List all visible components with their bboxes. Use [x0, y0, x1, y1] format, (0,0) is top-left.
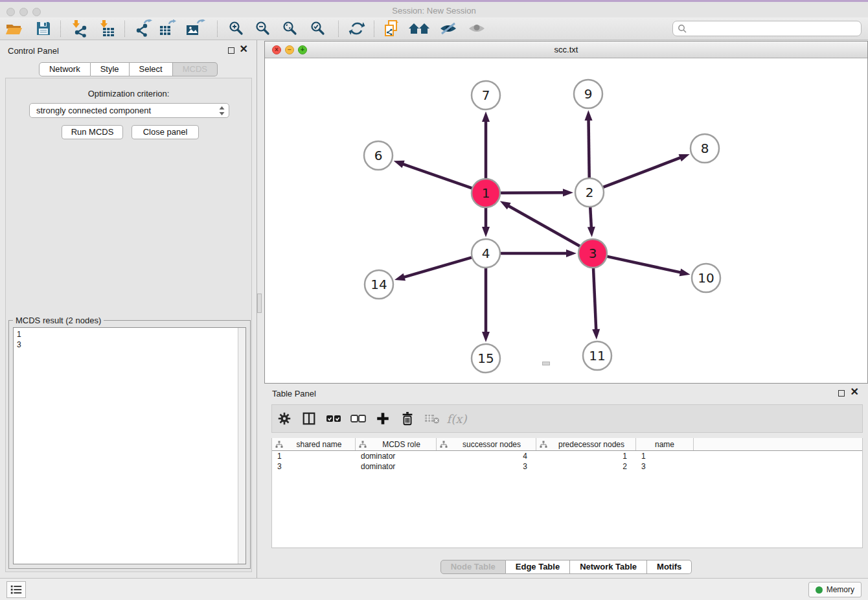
cell-successor-nodes[interactable]: 4	[437, 451, 536, 461]
node-label-2: 2	[586, 185, 594, 200]
network-canvas[interactable]: 7968124314101511	[265, 58, 867, 383]
zoom-in-button[interactable]	[226, 19, 247, 38]
export-image-button[interactable]	[183, 19, 207, 38]
function-builder-button[interactable]: f(x)	[444, 412, 469, 426]
table-tab-edge-table[interactable]: Edge Table	[506, 560, 570, 574]
cell-shared-name[interactable]: 1	[272, 451, 356, 461]
edge-1-6[interactable]	[401, 163, 472, 189]
home-button[interactable]	[407, 19, 431, 38]
save-session-button[interactable]	[33, 19, 54, 38]
table-header-row: shared nameMCDS rolesuccessor nodesprede…	[272, 438, 862, 451]
arrowhead-4-14	[394, 273, 405, 281]
cell-predecessor-nodes[interactable]: 2	[536, 461, 636, 472]
float-table-panel-icon[interactable]	[838, 390, 845, 397]
search-icon	[678, 24, 687, 34]
node-label-11: 11	[589, 348, 605, 363]
cell-name[interactable]: 3	[636, 461, 694, 472]
tab-mcds[interactable]: MCDS	[173, 62, 218, 76]
node-table[interactable]: shared nameMCDS rolesuccessor nodesprede…	[271, 438, 863, 548]
new-network-from-selection-button[interactable]	[382, 19, 402, 38]
delete-column-button[interactable]	[395, 411, 420, 426]
run-mcds-button[interactable]: Run MCDS	[62, 125, 123, 139]
import-table-button[interactable]	[97, 19, 117, 38]
edge-2-3[interactable]	[590, 207, 591, 229]
cell-mcds-role[interactable]: dominator	[356, 451, 437, 461]
toolbar-separator	[217, 21, 218, 37]
tab-network[interactable]: Network	[39, 62, 91, 76]
table-row-0[interactable]: 1dominator411	[272, 451, 862, 461]
edge-1-2[interactable]	[500, 192, 565, 193]
table-tab-network-table[interactable]: Network Table	[570, 560, 647, 574]
cell-successor-nodes[interactable]: 3	[437, 461, 536, 472]
memory-status-dot	[816, 586, 823, 594]
splitter-handle[interactable]	[257, 294, 262, 313]
edge-4-14[interactable]	[402, 257, 472, 278]
network-view-window: × − + scc.txt 7968124314101511	[264, 41, 868, 384]
criterion-dropdown[interactable]: strongly connected component	[29, 103, 229, 118]
search-input[interactable]	[687, 24, 849, 34]
zoom-out-icon	[255, 20, 271, 37]
show-columns-button[interactable]	[297, 411, 321, 426]
network-window-titlebar[interactable]: × − + scc.txt	[265, 41, 867, 58]
home-icon	[407, 21, 431, 36]
edge-3-10[interactable]	[606, 257, 682, 273]
float-panel-icon[interactable]	[228, 47, 234, 54]
optimization-criterion-label: Optimization criterion:	[6, 89, 251, 98]
arrowhead-2-8	[679, 154, 690, 161]
cell-predecessor-nodes[interactable]: 1	[536, 451, 636, 461]
search-box[interactable]	[672, 21, 862, 36]
tab-style[interactable]: Style	[91, 62, 130, 76]
edge-3-11[interactable]	[593, 268, 596, 332]
zoom-fit-button[interactable]	[280, 19, 301, 38]
gear-icon	[277, 411, 292, 426]
cell-name[interactable]: 1	[636, 451, 694, 461]
cell-shared-name[interactable]: 3	[272, 461, 356, 472]
hide-selected-button[interactable]	[438, 19, 459, 38]
table-tab-motifs[interactable]: Motifs	[647, 560, 692, 574]
edge-2-9[interactable]	[588, 118, 589, 178]
node-label-10: 10	[698, 270, 714, 286]
canvas-scrollbar-thumb[interactable]	[542, 362, 550, 365]
arrowhead-3-11	[592, 329, 600, 340]
delete-table-icon	[424, 411, 440, 426]
task-history-button[interactable]	[6, 581, 26, 598]
columns-icon	[301, 411, 317, 426]
arrowhead-4-3	[566, 249, 577, 257]
column-header-mcds-role[interactable]: MCDS role	[356, 438, 437, 450]
export-table-icon	[158, 19, 176, 38]
node-label-8: 8	[701, 141, 709, 156]
table-tab-node-table[interactable]: Node Table	[440, 560, 506, 574]
table-row-1[interactable]: 3dominator323	[272, 461, 862, 472]
table-settings-button[interactable]	[272, 411, 297, 426]
column-header-shared-name[interactable]: shared name	[272, 438, 356, 450]
export-network-button[interactable]	[133, 19, 154, 38]
refresh-button[interactable]	[347, 19, 367, 38]
result-scrollbar[interactable]	[238, 328, 246, 564]
zoom-out-button[interactable]	[253, 19, 273, 38]
show-all-button[interactable]	[466, 19, 487, 38]
import-network-button[interactable]	[69, 19, 89, 38]
deselect-all-rows-button[interactable]	[346, 411, 371, 426]
arrowhead-2-9	[585, 110, 593, 121]
zoom-selected-button[interactable]	[308, 19, 328, 38]
close-panel-icon[interactable]: ✕	[240, 46, 248, 52]
column-header-predecessor-nodes[interactable]: predecessor nodes	[536, 438, 636, 450]
column-header-successor-nodes[interactable]: successor nodes	[437, 438, 536, 450]
node-label-1: 1	[482, 185, 490, 201]
select-all-rows-button[interactable]	[321, 411, 346, 426]
edge-3-1[interactable]	[507, 205, 580, 246]
delete-table-button[interactable]	[420, 411, 444, 426]
export-image-icon	[185, 19, 205, 38]
toolbar-separator	[338, 21, 339, 37]
tab-select[interactable]: Select	[130, 62, 173, 76]
close-table-panel-icon[interactable]: ✕	[851, 389, 859, 395]
export-table-button[interactable]	[157, 19, 177, 38]
open-session-button[interactable]	[4, 19, 25, 38]
mcds-result-area[interactable]: 13	[13, 327, 246, 564]
memory-button[interactable]: Memory	[808, 582, 862, 597]
close-panel-button[interactable]: Close panel	[131, 125, 199, 139]
column-header-name[interactable]: name	[636, 438, 694, 450]
cell-mcds-role[interactable]: dominator	[356, 461, 437, 472]
create-column-button[interactable]	[371, 411, 395, 426]
edge-2-8[interactable]	[603, 157, 683, 187]
